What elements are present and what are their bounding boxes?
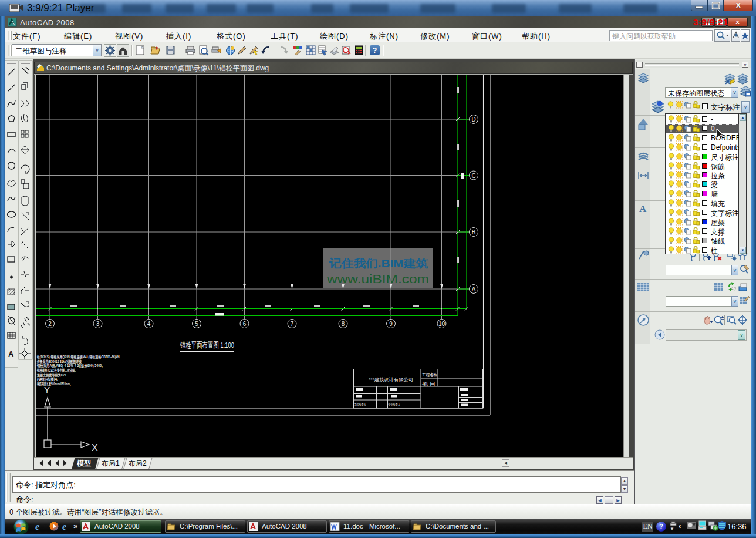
svg-text:锚栓平面布置图 1:100: 锚栓平面布置图 1:100 (180, 341, 234, 349)
svg-text:锚栓采用A级,AB0(-4-16%-4-2)(纵长600):: 锚栓采用A级,AB0(-4-16%-4-2)(纵长600):5400; (36, 364, 103, 368)
svg-text:B: B (472, 229, 476, 236)
svg-text:www.uiBIM.com: www.uiBIM.com (326, 272, 429, 285)
svg-text:9: 9 (389, 321, 393, 327)
svg-text:6: 6 (243, 321, 247, 327)
svg-text:8: 8 (342, 321, 345, 327)
svg-text:Y: Y (44, 385, 50, 395)
svg-text:记住我们.BIM建筑: 记住我们.BIM建筑 (329, 257, 428, 270)
svg-text:10: 10 (438, 321, 446, 327)
svg-text:3: 3 (96, 321, 100, 327)
svg-text:5: 5 (195, 321, 198, 327)
svg-text:钢筋锚固长度500mm×0510mm。: 钢筋锚固长度500mm×0510mm。 (36, 382, 72, 386)
svg-text:工程名称: 工程名称 (422, 372, 437, 378)
svg-text:C: C (471, 173, 475, 179)
svg-text:***建筑设计有限公司: ***建筑设计有限公司 (369, 377, 413, 382)
svg-text:项 目: 项 目 (422, 381, 436, 386)
svg-text:工程负责人: 工程负责人 (354, 403, 366, 407)
svg-text:X: X (92, 443, 98, 453)
svg-text:A: A (472, 286, 476, 292)
svg-text:A: A (8, 349, 14, 358)
svg-text:D: D (471, 116, 475, 123)
svg-text:7: 7 (291, 321, 294, 327)
svg-text:2: 2 (48, 321, 52, 327)
svg-text:专业负责人: 专业负责人 (388, 403, 400, 406)
svg-text:4: 4 (147, 321, 151, 327)
